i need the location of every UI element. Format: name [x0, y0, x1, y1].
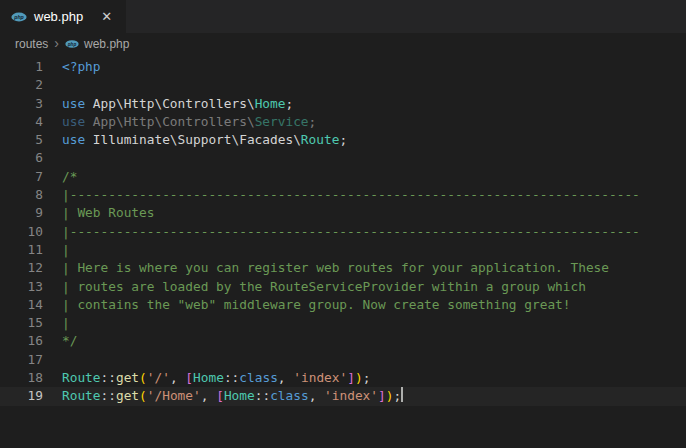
code-line[interactable]: 6	[0, 149, 686, 167]
code-editor[interactable]: 1<?php23use App\Http\Controllers\Home;4u…	[0, 55, 686, 448]
tab-label: web.php	[34, 0, 83, 33]
php-icon-label: php	[13, 14, 24, 20]
code-token: App\Http\Controllers\	[85, 114, 255, 129]
code-line[interactable]: 13| routes are loaded by the RouteServic…	[0, 278, 686, 296]
code-token: |	[62, 315, 70, 330]
code-token: ;	[393, 388, 401, 403]
code-line[interactable]: 18Route::get('/', [Home::class, 'index']…	[0, 369, 686, 387]
php-file-icon: php	[11, 9, 27, 25]
line-number: 19	[0, 387, 43, 405]
line-number: 11	[0, 241, 43, 259]
line-number: 12	[0, 259, 43, 277]
code-line[interactable]: 2	[0, 76, 686, 94]
code-line[interactable]: 15|	[0, 314, 686, 332]
code-line[interactable]: 10|-------------------------------------…	[0, 223, 686, 241]
code-line[interactable]: 1<?php	[0, 58, 686, 76]
code-token: Service	[255, 114, 309, 129]
code-token: '/'	[147, 370, 170, 385]
code-token: ;	[309, 114, 317, 129]
code-token: ::	[101, 388, 116, 403]
code-line[interactable]: 9| Web Routes	[0, 204, 686, 222]
code-token: ,	[309, 388, 324, 403]
code-token: |---------------------------------------…	[62, 224, 640, 239]
line-number: 14	[0, 296, 43, 314]
line-number: 13	[0, 278, 43, 296]
code-line[interactable]: 11|	[0, 241, 686, 259]
php-file-icon: php	[65, 37, 79, 51]
code-line-content	[43, 149, 62, 167]
code-line-content: |---------------------------------------…	[43, 223, 640, 241]
code-token: ,	[278, 370, 293, 385]
code-token: | routes are loaded by the RouteServiceP…	[62, 279, 586, 294]
code-line-content: use Illuminate\Support\Facades\Route;	[43, 131, 347, 149]
code-token: ;	[363, 370, 371, 385]
code-line[interactable]: 12| Here is where you can register web r…	[0, 259, 686, 277]
code-token: */	[62, 333, 77, 348]
code-line-content: */	[43, 332, 77, 350]
code-token: |---------------------------------------…	[62, 187, 640, 202]
tab-web-php[interactable]: php web.php ✕	[0, 0, 126, 33]
code-token: Home	[193, 370, 224, 385]
code-token: class	[239, 370, 278, 385]
line-number: 3	[0, 95, 43, 113]
breadcrumb: routes › php web.php	[0, 33, 686, 55]
code-line-content: Route::get('/', [Home::class, 'index']);	[43, 369, 370, 387]
code-token: /*	[62, 169, 77, 184]
code-line[interactable]: 4use App\Http\Controllers\Service;	[0, 113, 686, 131]
code-token: ::	[101, 370, 116, 385]
code-line-content: | routes are loaded by the RouteServiceP…	[43, 278, 586, 296]
code-token: Route	[301, 132, 340, 147]
line-number: 1	[0, 58, 43, 76]
code-token: ::	[255, 388, 270, 403]
code-token: ,	[170, 370, 185, 385]
line-number: 5	[0, 131, 43, 149]
code-token: [	[185, 370, 193, 385]
code-line-content: /*	[43, 168, 77, 186]
code-token: get	[116, 388, 139, 403]
code-token: use	[62, 132, 85, 147]
code-line-content	[43, 76, 62, 94]
code-line-content	[43, 351, 62, 369]
code-token: )	[355, 370, 363, 385]
code-token: (	[139, 370, 147, 385]
code-token: 'index'	[324, 388, 378, 403]
breadcrumb-folder[interactable]: routes	[15, 37, 48, 51]
code-token: | contains the "web" middleware group. N…	[62, 297, 571, 312]
code-token: | Web Routes	[62, 205, 154, 220]
code-token: ,	[201, 388, 216, 403]
code-line-content: |	[43, 241, 70, 259]
code-line[interactable]: 14| contains the "web" middleware group.…	[0, 296, 686, 314]
text-cursor	[401, 387, 403, 402]
code-token: 'index'	[293, 370, 347, 385]
breadcrumb-file[interactable]: web.php	[84, 37, 129, 51]
code-line-content: |---------------------------------------…	[43, 186, 640, 204]
code-line-content: |	[43, 314, 70, 332]
line-number: 15	[0, 314, 43, 332]
code-line[interactable]: 3use App\Http\Controllers\Home;	[0, 95, 686, 113]
line-number: 8	[0, 186, 43, 204]
code-token: Route	[62, 370, 101, 385]
code-line[interactable]: 19Route::get('/Home', [Home::class, 'ind…	[0, 387, 686, 405]
code-token: <?php	[62, 59, 101, 74]
code-token: ;	[339, 132, 347, 147]
code-line[interactable]: 5use Illuminate\Support\Facades\Route;	[0, 131, 686, 149]
code-token: |	[62, 242, 70, 257]
code-token: | Here is where you can register web rou…	[62, 260, 609, 275]
code-line[interactable]: 8|--------------------------------------…	[0, 186, 686, 204]
code-line[interactable]: 16*/	[0, 332, 686, 350]
code-line-content: | contains the "web" middleware group. N…	[43, 296, 571, 314]
code-token: Illuminate\Support\Facades\	[85, 132, 301, 147]
code-line[interactable]: 7/*	[0, 168, 686, 186]
code-line[interactable]: 17	[0, 351, 686, 369]
code-line-content: <?php	[43, 58, 101, 76]
line-number: 16	[0, 332, 43, 350]
code-line-content: Route::get('/Home', [Home::class, 'index…	[43, 387, 403, 405]
line-number: 7	[0, 168, 43, 186]
code-token: ;	[285, 96, 293, 111]
close-tab-icon[interactable]: ✕	[98, 8, 115, 25]
code-token: use	[62, 96, 85, 111]
tab-bar: php web.php ✕	[0, 0, 686, 33]
php-icon-label: php	[67, 42, 77, 47]
code-token: ]	[347, 370, 355, 385]
line-number: 18	[0, 369, 43, 387]
